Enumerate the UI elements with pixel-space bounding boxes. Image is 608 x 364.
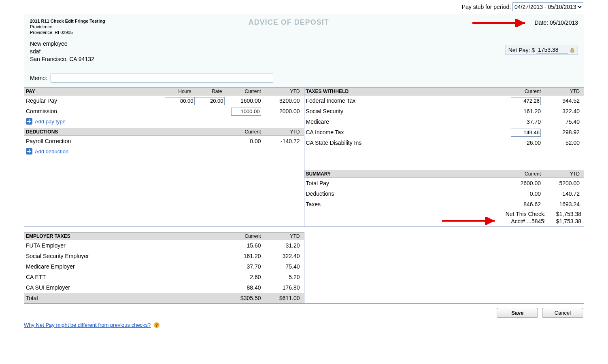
tax-row: CA Income Tax298.92 — [304, 127, 584, 138]
tax-current — [504, 128, 543, 137]
tax-current-input[interactable] — [511, 97, 541, 105]
save-button[interactable]: Save — [497, 308, 538, 318]
tax-label: Medicare — [306, 117, 505, 126]
employer-taxes-title: EMPLOYER TAXES — [26, 233, 70, 239]
pay-row: Regular Pay1600.003200.00 — [24, 95, 304, 106]
tax-ytd: 298.92 — [543, 128, 582, 137]
tax-current — [504, 96, 543, 105]
tax-ytd: 322.40 — [543, 107, 582, 116]
tax-current-input[interactable] — [511, 129, 541, 137]
tax-current: 37.70 — [504, 117, 543, 126]
tax-label: Social Security — [306, 107, 505, 116]
tax-ytd: 944.52 — [543, 96, 582, 105]
summary-header: SUMMARY Current YTD — [304, 170, 584, 178]
memo-input[interactable] — [51, 74, 273, 83]
tax-label: CA Income Tax — [306, 128, 505, 137]
payee-city: San Francisco, CA 94132 — [30, 55, 578, 63]
why-net-pay-link[interactable]: Why Net Pay might be different from prev… — [24, 322, 151, 328]
pay-current: 1600.00 — [225, 96, 264, 105]
add-deduction-link[interactable]: Add deduction — [35, 148, 68, 154]
summary-ytd: -140.72 — [543, 189, 582, 198]
tax-label: Federal Income Tax — [306, 96, 505, 105]
tax-ytd: 75.40 — [543, 117, 582, 126]
summary-current: 0.00 — [504, 189, 543, 198]
current-input[interactable] — [231, 108, 261, 116]
company-city: Providence — [30, 24, 105, 30]
deductions-header: DEDUCTIONS Current YTD — [24, 128, 304, 136]
help-icon[interactable]: ? — [154, 322, 159, 328]
rate-input[interactable] — [195, 97, 225, 105]
tax-current: 26.00 — [504, 138, 543, 147]
right-column: TAXES WITHHELD Current YTD Federal Incom… — [304, 87, 584, 226]
net-pay-box: Net Pay: $ 1753.38 — [506, 45, 578, 55]
hours-input[interactable] — [165, 97, 195, 105]
check-header: 2011 R11 Check Edit Fringe Testing Provi… — [24, 14, 584, 87]
summary-label: Deductions — [306, 189, 505, 198]
employer-tax-label: Medicare Employer — [26, 262, 225, 271]
employer-tax-label: CA SUI Employer — [26, 283, 225, 292]
add-deduction-row: Add deduction — [24, 146, 304, 158]
payee-block: New employee sdaf San Francisco, CA 9413… — [30, 40, 578, 63]
pay-title: PAY — [26, 89, 35, 94]
period-label: Pay stub for period: — [462, 4, 511, 10]
employer-tax-current: 161.20 — [225, 252, 264, 260]
tax-row: CA State Disability Ins26.0052.00 — [304, 138, 584, 148]
pay-row: Commission2000.00 — [24, 106, 304, 116]
annotation-arrow-icon — [472, 19, 529, 27]
employer-tax-row: CA SUI Employer88.40176.80 — [24, 282, 304, 293]
pay-label: Commission — [26, 107, 165, 116]
tax-label: CA State Disability Ins — [306, 138, 505, 147]
cancel-button[interactable]: Cancel — [542, 308, 583, 318]
summary-current: 846.62 — [504, 200, 543, 209]
employer-tax-row: CA ETT2.605.20 — [24, 272, 304, 282]
total-ytd: $611.00 — [264, 294, 302, 303]
payee-name: New employee — [30, 40, 578, 48]
taxes-header: TAXES WITHHELD Current YTD — [304, 87, 584, 95]
paystub-box: 2011 R11 Check Edit Fringe Testing Provi… — [24, 14, 584, 227]
plus-icon[interactable] — [26, 148, 32, 154]
summary-foot: Net This Check: $1,753.38 Acct#....5845:… — [304, 210, 584, 226]
acct-value: $1,753.38 — [549, 218, 581, 225]
summary-current: 2600.00 — [504, 179, 543, 188]
unlock-icon[interactable] — [570, 47, 575, 53]
payee-line2: sdaf — [30, 48, 578, 55]
tax-current: 161.20 — [504, 107, 543, 116]
employer-tax-row: Medicare Employer37.7075.40 — [24, 261, 304, 272]
employer-tax-current: 2.60 — [225, 273, 264, 281]
date-value: 05/10/2013 — [550, 19, 578, 26]
add-pay-type-link[interactable]: Add pay type — [35, 119, 66, 125]
period-row: Pay stub for period: 04/27/2013 - 05/10/… — [24, 2, 584, 14]
pay-label: Regular Pay — [26, 96, 165, 105]
net-pay-value: 1753.38 — [536, 47, 568, 53]
pay-ytd: 3200.00 — [264, 96, 302, 105]
employer-tax-row: FUTA Employer15.6031.20 — [24, 240, 304, 251]
col-ytd: YTD — [264, 129, 302, 135]
employer-tax-current: 37.70 — [225, 262, 264, 271]
company-addr: Providence, RI 02905 — [30, 30, 105, 35]
taxes-title: TAXES WITHHELD — [306, 89, 349, 94]
summary-label: Total Pay — [306, 179, 505, 188]
col-current: Current — [504, 89, 543, 94]
summary-title: SUMMARY — [306, 171, 331, 177]
plus-icon[interactable] — [26, 118, 32, 125]
employer-tax-label: Social Security Employer — [26, 252, 225, 260]
employer-tax-ytd: 75.40 — [264, 262, 302, 271]
tax-row: Social Security161.20322.40 — [304, 106, 584, 116]
employer-tax-label: CA ETT — [26, 273, 225, 281]
period-select[interactable]: 04/27/2013 - 05/10/2013 — [512, 2, 583, 11]
pay-ytd: 2000.00 — [264, 107, 302, 116]
net-pay-label: Net Pay: $ — [508, 47, 535, 53]
detail-columns: PAY Hours Rate Current YTD Regular Pay16… — [24, 87, 584, 226]
employer-tax-current: 88.40 — [225, 283, 264, 292]
col-rate: Rate — [194, 89, 225, 94]
tax-row: Federal Income Tax944.52 — [304, 95, 584, 106]
deduction-current: 0.00 — [225, 137, 264, 146]
tax-row: Medicare37.7075.40 — [304, 116, 584, 127]
employer-tax-ytd: 31.20 — [264, 241, 302, 250]
tax-ytd: 52.00 — [543, 138, 582, 147]
employer-tax-ytd: 5.20 — [264, 273, 302, 281]
employer-taxes-box: EMPLOYER TAXES Current YTD FUTA Employer… — [24, 232, 584, 304]
summary-row: Deductions0.00-140.72 — [304, 188, 584, 199]
summary-row: Taxes846.621693.24 — [304, 199, 584, 210]
col-ytd: YTD — [264, 233, 302, 239]
